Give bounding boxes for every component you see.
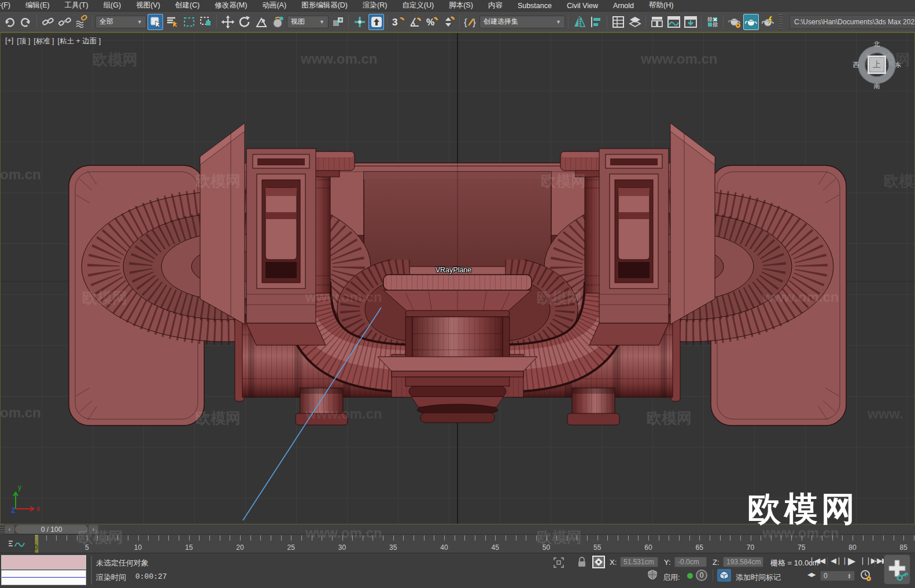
previous-frame-button[interactable]: ◀❘❘: [831, 556, 847, 565]
menu-6[interactable]: 创建(C): [168, 0, 207, 12]
keyboard-override-icon[interactable]: [368, 14, 384, 30]
viewcube-top-face[interactable]: 上: [868, 56, 886, 74]
ruler-tick: [536, 535, 537, 541]
isolate-selection-icon[interactable]: [553, 557, 565, 570]
time-configuration-icon[interactable]: [859, 569, 872, 584]
menu-15[interactable]: Civil View: [559, 1, 606, 11]
ruler-tick: [189, 535, 190, 541]
menu-7[interactable]: 修改器(M): [207, 0, 254, 12]
ruler-tick: [363, 535, 363, 541]
menu-12[interactable]: 脚本(S): [441, 0, 481, 12]
layer-explorer-icon[interactable]: [627, 14, 643, 30]
transform-type-in-icon[interactable]: [592, 556, 605, 570]
rendered-frame-icon[interactable]: [743, 14, 759, 30]
select-place-icon[interactable]: [270, 14, 286, 30]
toolbar-separator: [36, 15, 37, 29]
viewport-label: [+] [顶 ] [标准 ] [粘土 + 边面 ]: [5, 36, 101, 46]
move-icon[interactable]: [220, 14, 235, 30]
selection-filter-dropdown[interactable]: 全部▼: [95, 16, 146, 28]
set-key-button[interactable]: [884, 554, 910, 585]
scene-explorer-icon[interactable]: [610, 14, 626, 30]
x-coordinate-field[interactable]: 51.531cm: [620, 557, 658, 567]
scale-icon[interactable]: [253, 14, 269, 30]
viewcube-south-label[interactable]: 南: [874, 82, 880, 91]
select-by-name-icon[interactable]: [164, 14, 180, 30]
key-mode-toggle[interactable]: ◀▶: [807, 571, 815, 578]
unlink-icon[interactable]: [57, 14, 72, 30]
next-frame-button[interactable]: ›: [88, 525, 98, 534]
spinner-snap-icon[interactable]: [441, 14, 456, 30]
prev-frame-button[interactable]: ‹: [5, 525, 14, 534]
percent-snap-icon[interactable]: %: [424, 14, 440, 30]
menu-14[interactable]: Substance: [510, 1, 559, 11]
ruler-tick: [250, 535, 251, 541]
select-object-icon[interactable]: [147, 14, 163, 30]
go-to-start-button[interactable]: ❘◀◀: [809, 556, 825, 565]
world-axis-gizmo: y x Z: [6, 483, 47, 517]
viewport-menu-general[interactable]: [+]: [5, 36, 13, 46]
maxscript-mini-listener-pink[interactable]: [1, 555, 86, 569]
menu-13[interactable]: 内容: [481, 0, 510, 12]
viewport-menu-pov[interactable]: [顶 ]: [17, 36, 30, 46]
manipulate-icon[interactable]: [352, 14, 367, 30]
menu-10[interactable]: 渲染(R): [355, 0, 394, 12]
viewport-top[interactable]: [+] [顶 ] [标准 ] [粘土 + 边面 ] VRayPlane 上 北 …: [0, 33, 915, 524]
window-crossing-icon[interactable]: [198, 14, 213, 30]
project-folder-dropdown[interactable]: C:\Users\Han\Documents\3ds Max 2022▼: [789, 15, 915, 29]
mini-curve-editor-button[interactable]: [0, 535, 35, 553]
menu-9[interactable]: 图形编辑器(D): [294, 0, 355, 12]
link-icon[interactable]: [40, 14, 56, 30]
viewport-menu-shading[interactable]: [粘土 + 边面 ]: [58, 36, 101, 46]
mirror-icon[interactable]: [571, 14, 587, 30]
menu-16[interactable]: Arnold: [606, 1, 641, 11]
rotate-icon[interactable]: [237, 14, 252, 30]
curve-editor-icon[interactable]: [666, 14, 681, 30]
menu-2[interactable]: 编辑(E): [18, 0, 57, 12]
z-coordinate-field[interactable]: 193.584cm: [723, 557, 763, 567]
menu-11[interactable]: 自定义(U): [394, 0, 441, 12]
viewcube-west-label[interactable]: 西: [853, 61, 859, 69]
undo-icon[interactable]: [1, 14, 17, 30]
mute-shield-icon[interactable]: [648, 569, 657, 582]
schematic-icon[interactable]: [682, 14, 698, 30]
ref-coord-dropdown[interactable]: 视图▼: [287, 16, 329, 28]
current-frame-spinner[interactable]: 0▲▼: [820, 571, 855, 581]
next-frame-button2[interactable]: ❘❘▶: [859, 556, 876, 565]
angle-snap-icon[interactable]: [407, 14, 423, 30]
render-setup-icon[interactable]: [726, 14, 742, 30]
named-sets-icon[interactable]: {}: [463, 14, 478, 30]
time-tag-cube-icon[interactable]: [717, 569, 731, 582]
play-button[interactable]: ▶: [848, 555, 855, 567]
menu-5[interactable]: 视图(V): [128, 0, 168, 12]
maxscript-mini-listener-white[interactable]: [1, 570, 86, 585]
snap-3d-icon[interactable]: 3: [390, 14, 406, 30]
time-slider[interactable]: 0 / 100: [15, 525, 88, 534]
pivot-center-icon[interactable]: [330, 14, 345, 30]
bind-spacewarp-icon[interactable]: [73, 14, 89, 30]
menu-3[interactable]: 工具(T): [57, 0, 96, 12]
menu-1[interactable]: 文件(F): [0, 0, 18, 12]
viewcube[interactable]: 上 北 南 西 东: [853, 40, 901, 89]
listener-splitter[interactable]: [90, 556, 92, 585]
add-time-tag[interactable]: 添加时间标记: [736, 572, 781, 583]
redo-icon[interactable]: [18, 14, 34, 30]
menu-8[interactable]: 动画(A): [254, 0, 294, 12]
render-icon[interactable]: [760, 14, 776, 30]
toolbar-separator: [779, 14, 783, 30]
model-wireframe[interactable]: [1, 33, 915, 524]
menu-17[interactable]: 帮助(H): [641, 0, 681, 12]
material-editor-icon[interactable]: [704, 14, 720, 30]
menu-4[interactable]: 组(G): [96, 0, 129, 12]
trackbar-grip[interactable]: [0, 524, 4, 534]
align-icon[interactable]: [588, 14, 604, 30]
viewport-menu-renderer[interactable]: [标准 ]: [34, 36, 54, 46]
enable-count-badge[interactable]: 0: [696, 569, 707, 581]
rect-region-icon[interactable]: [181, 14, 197, 30]
y-coordinate-field[interactable]: -0.0cm: [674, 557, 707, 567]
ribbon-icon[interactable]: [649, 14, 665, 30]
viewcube-east-label[interactable]: 东: [895, 61, 902, 69]
timeline-ruler[interactable]: 0510152025303540455055606570758085: [0, 534, 915, 553]
selection-lock-icon[interactable]: [577, 556, 586, 569]
selection-set-dropdown[interactable]: 创建选择集▼: [479, 16, 565, 28]
viewcube-north-label[interactable]: 北: [874, 40, 880, 49]
